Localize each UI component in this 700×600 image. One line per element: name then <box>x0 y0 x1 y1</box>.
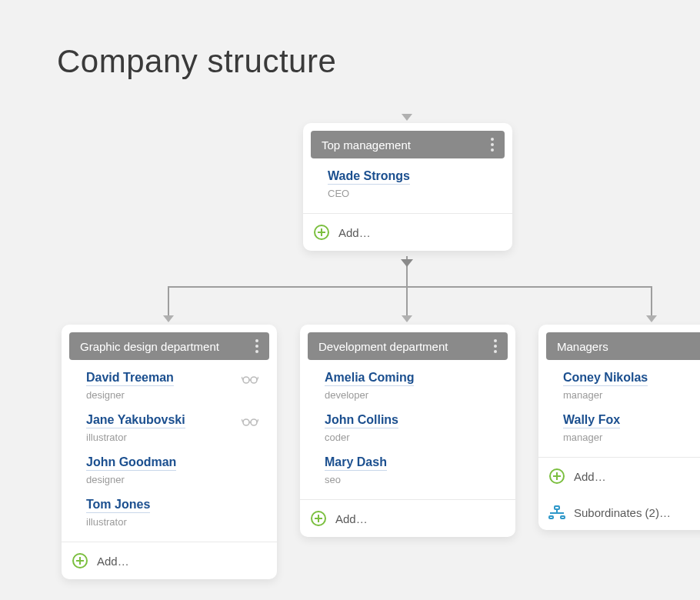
card-body: David Treeman designer Jane Yakubovski i… <box>62 360 277 537</box>
subordinates-icon <box>549 505 565 519</box>
arrow-into-card-1 <box>163 315 174 322</box>
add-button[interactable]: Add… <box>303 214 512 251</box>
connector-horizontal <box>168 286 652 288</box>
card-title: Graphic design department <box>80 340 219 353</box>
person-row: Coney Nikolas manager <box>546 365 700 407</box>
person-role: developer <box>325 389 502 401</box>
person-row: Wade Strongs CEO <box>311 163 505 205</box>
person-name-link[interactable]: Amelia Coming <box>325 371 414 386</box>
card-top-management: Top management Wade Strongs CEO Add… <box>303 123 512 251</box>
person-row: Jane Yakubovski illustrator <box>69 407 269 449</box>
kebab-menu-icon[interactable] <box>255 339 258 353</box>
plus-circle-icon <box>311 511 326 526</box>
card-title: Development department <box>318 340 448 353</box>
person-role: illustrator <box>86 432 263 443</box>
connector-drop-3 <box>651 286 652 317</box>
person-role: manager <box>563 432 700 443</box>
kebab-menu-icon[interactable] <box>494 339 497 353</box>
arrow-into-card-3 <box>646 315 657 322</box>
person-row: John Collins coder <box>308 407 508 449</box>
person-role: designer <box>86 389 263 401</box>
person-role: CEO <box>328 188 498 199</box>
card-title: Managers <box>557 340 608 353</box>
arrow-into-top-card <box>402 114 412 121</box>
card-body: Coney Nikolas manager Wally Fox manager <box>538 360 700 452</box>
person-row: John Goodman designer <box>69 449 269 492</box>
svg-point-2 <box>243 419 249 425</box>
person-row: Amelia Coming developer <box>308 365 508 407</box>
card-header: Graphic design department <box>69 332 269 360</box>
person-name-link[interactable]: David Treeman <box>86 371 174 386</box>
plus-circle-icon <box>314 225 329 240</box>
person-role: illustrator <box>86 516 263 528</box>
person-name-link[interactable]: Coney Nikolas <box>563 371 648 386</box>
card-header: Top management <box>311 131 505 158</box>
person-name-link[interactable]: Wally Fox <box>563 413 620 428</box>
person-name-link[interactable]: Wade Strongs <box>328 169 410 185</box>
card-header: Development department <box>308 332 508 360</box>
person-row: Tom Jones illustrator <box>69 492 269 534</box>
card-body: Amelia Coming developer John Collins cod… <box>300 360 515 495</box>
card-body: Wade Strongs CEO <box>303 158 512 208</box>
add-button[interactable]: Add… <box>538 458 700 495</box>
person-role: coder <box>325 432 502 443</box>
svg-point-1 <box>251 377 257 383</box>
page-title: Company structure <box>57 43 336 80</box>
person-name-link[interactable]: Jane Yakubovski <box>86 413 185 428</box>
person-row: Wally Fox manager <box>546 407 700 449</box>
svg-point-3 <box>251 419 257 425</box>
add-button[interactable]: Add… <box>300 500 515 537</box>
subordinates-label: Subordinates (2)… <box>574 506 671 519</box>
add-label: Add… <box>338 226 371 239</box>
person-role: seo <box>325 474 502 485</box>
arrow-into-card-2 <box>402 315 412 322</box>
add-label: Add… <box>335 512 368 525</box>
person-name-link[interactable]: John Goodman <box>86 455 176 471</box>
add-label: Add… <box>97 555 129 568</box>
add-button[interactable]: Add… <box>62 542 277 579</box>
card-development: Development department Amelia Coming dev… <box>300 325 515 537</box>
connector-drop-2 <box>406 286 408 317</box>
person-name-link[interactable]: John Collins <box>325 413 398 428</box>
card-graphic-design: Graphic design department David Treeman … <box>62 325 277 579</box>
svg-point-0 <box>243 377 249 383</box>
person-role: designer <box>86 474 263 485</box>
person-row: Mary Dash seo <box>308 449 508 492</box>
card-managers: Managers Coney Nikolas manager Wally Fox… <box>538 325 700 530</box>
person-row: David Treeman designer <box>69 365 269 407</box>
card-title: Top management <box>322 138 411 152</box>
add-label: Add… <box>574 470 606 483</box>
connector-drop-1 <box>168 286 169 317</box>
card-header: Managers <box>546 332 700 360</box>
glasses-icon <box>242 374 258 388</box>
plus-circle-icon <box>549 468 565 484</box>
subordinates-button[interactable]: Subordinates (2)… <box>538 495 700 530</box>
org-chart-canvas: Company structure Top management Wade St… <box>0 0 700 600</box>
person-name-link[interactable]: Tom Jones <box>86 498 150 513</box>
plus-circle-icon <box>72 553 88 568</box>
person-role: manager <box>563 389 700 401</box>
arrow-after-top <box>401 259 413 267</box>
glasses-icon <box>242 416 258 430</box>
person-name-link[interactable]: Mary Dash <box>325 455 387 471</box>
kebab-menu-icon[interactable] <box>491 138 494 152</box>
